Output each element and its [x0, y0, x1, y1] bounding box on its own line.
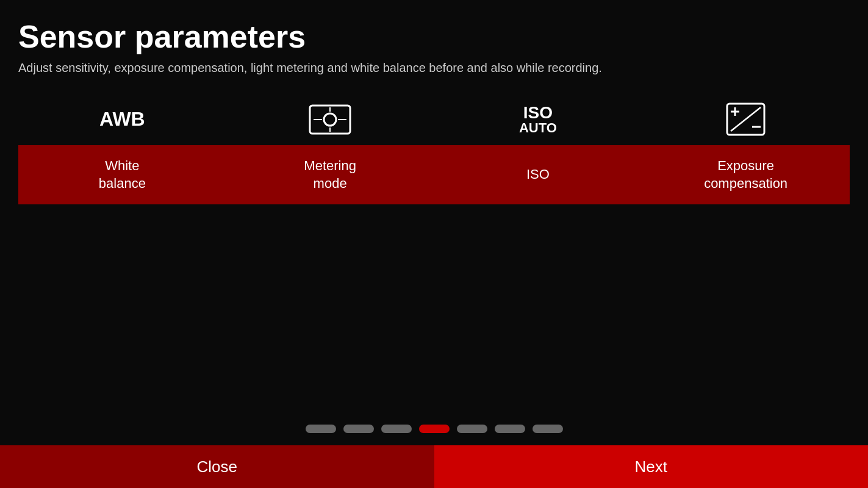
white-balance-label[interactable]: Whitebalance	[18, 145, 226, 204]
page-container: Sensor parameters Adjust sensitivity, ex…	[0, 0, 868, 488]
metering-mode-label[interactable]: Meteringmode	[226, 145, 434, 204]
page-title: Sensor parameters	[18, 18, 850, 55]
white-balance-icon-cell[interactable]: AWB	[18, 93, 226, 145]
metering-mode-icon	[309, 104, 351, 135]
icons-row: AWB ISO AUTO	[18, 93, 850, 145]
close-button[interactable]: Close	[0, 445, 434, 488]
pagination-dot-7[interactable]	[533, 425, 563, 433]
exposure-compensation-label[interactable]: Exposurecompensation	[642, 145, 850, 204]
iso-label[interactable]: ISO	[434, 145, 642, 204]
pagination-dot-1[interactable]	[306, 425, 336, 433]
svg-point-1	[324, 113, 336, 126]
metering-mode-icon-cell[interactable]	[226, 93, 434, 145]
next-button[interactable]: Next	[434, 445, 869, 488]
labels-row: Whitebalance Meteringmode ISO Exposureco…	[18, 145, 850, 204]
pagination-dot-3[interactable]	[381, 425, 412, 433]
awb-text: AWB	[99, 108, 145, 131]
iso-text: ISO AUTO	[519, 104, 557, 135]
exposure-compensation-icon	[726, 102, 766, 136]
bottom-buttons: Close Next	[0, 445, 868, 488]
pagination-dot-6[interactable]	[495, 425, 525, 433]
main-content	[18, 204, 850, 412]
exposure-compensation-icon-cell[interactable]	[642, 93, 850, 145]
iso-icon-cell[interactable]: ISO AUTO	[434, 93, 642, 145]
pagination-dot-2[interactable]	[343, 425, 374, 433]
page-subtitle: Adjust sensitivity, exposure compensatio…	[18, 61, 850, 75]
pagination-dot-5[interactable]	[457, 425, 487, 433]
pagination-dot-4[interactable]	[419, 425, 450, 433]
pagination-row	[18, 412, 850, 445]
